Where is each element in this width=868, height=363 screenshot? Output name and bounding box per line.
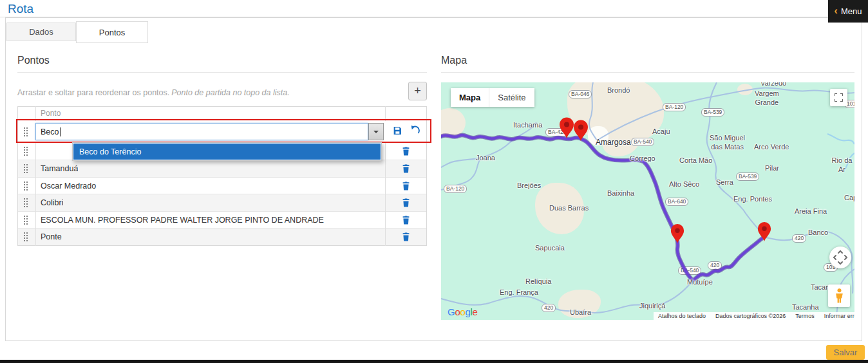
map-label: Capã xyxy=(844,194,854,203)
map-label: Corta Mão xyxy=(679,156,712,165)
map-marker xyxy=(671,224,684,243)
map-label: Amargosa xyxy=(596,138,631,147)
map-label: Duas Barras xyxy=(549,204,589,213)
point-name: ESCOLA MUN. PROFESSOR PADRE WALTER JORGE… xyxy=(41,216,324,225)
page-title: Rota xyxy=(8,2,33,16)
autocomplete-suggestion[interactable]: Beco do Terêncio xyxy=(73,144,381,160)
map-label: Serra xyxy=(716,178,733,187)
map-type-control: Mapa Satélite xyxy=(451,88,534,107)
mapa-section-heading: Mapa xyxy=(441,55,467,66)
combobox-toggle-button[interactable] xyxy=(368,123,384,140)
tab-pontos[interactable]: Pontos xyxy=(76,21,148,43)
tab-dados[interactable]: Dados xyxy=(6,23,76,41)
pontos-section-heading: Pontos xyxy=(17,55,50,66)
map-label: Sapucaia xyxy=(535,244,565,253)
point-name: Colibri xyxy=(41,198,63,207)
map-label: Tacanha xyxy=(792,303,819,312)
drag-handle-icon[interactable] xyxy=(24,216,28,225)
save-button[interactable]: Salvar xyxy=(826,345,865,360)
terms-link[interactable]: Termos xyxy=(795,313,815,319)
delete-point-button[interactable] xyxy=(385,215,427,225)
trash-icon xyxy=(402,198,410,208)
reorder-hint-text: Arrastar e soltar para reordenar os pont… xyxy=(17,88,169,97)
map-label: Brejões xyxy=(517,182,541,191)
google-logo-letter: G xyxy=(448,306,455,317)
tab-dados-label: Dados xyxy=(29,27,53,37)
drag-handle-icon[interactable] xyxy=(24,182,28,191)
drag-handle-icon[interactable] xyxy=(24,198,28,207)
trash-icon xyxy=(402,232,410,242)
point-name: Ponte xyxy=(41,232,62,241)
road-shield: BA-120 xyxy=(444,185,467,193)
drag-handle-icon[interactable] xyxy=(24,127,28,136)
road-shield: 420 xyxy=(542,304,556,312)
map-label: Tacan xyxy=(811,283,829,292)
road-shield: BA-539 xyxy=(736,172,759,181)
map-label: Pilar xyxy=(765,164,779,173)
point-name: Tamanduá xyxy=(41,164,78,173)
table-row[interactable]: Ponte xyxy=(18,228,426,245)
pontos-divider xyxy=(17,72,427,73)
plus-icon: + xyxy=(414,84,421,98)
pan-control[interactable] xyxy=(829,247,851,268)
google-logo-letter: g xyxy=(465,306,470,317)
map-roads xyxy=(441,82,854,320)
map-type-map-button[interactable]: Mapa xyxy=(451,88,489,107)
keyboard-shortcuts-link[interactable]: Atalhos do teclado xyxy=(658,313,706,319)
map-label: Varzedo xyxy=(760,82,786,88)
undo-icon xyxy=(410,125,420,136)
map-canvas[interactable]: BA-420 BA-540 420 xyxy=(441,82,854,320)
bottom-bar xyxy=(0,360,868,363)
map-label: Mutuípe xyxy=(687,278,713,287)
table-row[interactable]: ESCOLA MUN. PROFESSOR PADRE WALTER JORGE… xyxy=(18,211,426,228)
google-logo-letter: e xyxy=(473,306,478,317)
point-name-input-value: Beco xyxy=(41,127,59,136)
road-shield: BA-120 xyxy=(663,103,686,111)
pan-arrows-icon xyxy=(829,247,851,268)
map-marker xyxy=(560,118,574,139)
map-label: Arco Verde xyxy=(754,143,789,152)
delete-point-button[interactable] xyxy=(385,146,427,156)
map-label: Areia Fina xyxy=(795,207,827,216)
map-label: Jiquiriçá xyxy=(639,302,665,311)
map-label: Eng. França xyxy=(500,288,538,297)
road-shield: BA-540 xyxy=(631,138,654,146)
fullscreen-icon xyxy=(835,93,843,102)
mapa-divider xyxy=(441,72,854,73)
pegman-icon xyxy=(835,288,844,303)
google-logo[interactable]: Google xyxy=(448,306,478,317)
chevron-left-icon: ‹ xyxy=(835,6,838,16)
delete-point-button[interactable] xyxy=(385,198,427,208)
map-label: Acaju xyxy=(652,127,670,136)
table-row[interactable]: Colibri xyxy=(18,194,426,211)
fullscreen-button[interactable] xyxy=(830,89,847,106)
report-error-link[interactable]: Informar erro no mapa xyxy=(824,313,854,319)
save-point-button[interactable] xyxy=(392,126,402,138)
drag-handle-icon[interactable] xyxy=(24,147,28,156)
menu-button-label: Menu xyxy=(841,6,862,16)
delete-point-button[interactable] xyxy=(385,181,427,191)
table-row[interactable]: Tamanduá xyxy=(18,160,426,177)
drag-handle-icon[interactable] xyxy=(24,164,28,173)
delete-point-button[interactable] xyxy=(385,163,427,174)
map-label: Relíquia xyxy=(525,277,551,286)
table-row[interactable]: Oscar Medrado xyxy=(18,177,426,194)
trash-icon xyxy=(402,163,410,174)
map-label: Joana xyxy=(476,154,495,163)
road-shield: BA-640 xyxy=(665,198,688,206)
map-label: Brondó xyxy=(607,86,630,95)
map-attribution: Atalhos do teclado Dados cartográficos ©… xyxy=(654,312,854,320)
add-point-button[interactable]: + xyxy=(408,82,427,100)
delete-point-button[interactable] xyxy=(385,232,427,242)
drag-handle-icon[interactable] xyxy=(24,232,28,241)
pegman-control[interactable] xyxy=(828,284,850,307)
map-label: Ubaíra xyxy=(570,308,591,317)
map-type-satellite-button[interactable]: Satélite xyxy=(489,88,534,107)
rota-page: Rota ‹ Menu Dados Pontos Pontos Arrastar… xyxy=(0,0,868,363)
map-data-text: Dados cartográficos ©2026 xyxy=(715,313,786,319)
map-label: Banco xyxy=(808,228,828,237)
undo-point-button[interactable] xyxy=(410,125,420,138)
menu-button[interactable]: ‹ Menu xyxy=(828,0,868,23)
point-name-input[interactable]: Beco xyxy=(35,123,368,140)
map-label: Vargem Grande xyxy=(755,89,779,107)
